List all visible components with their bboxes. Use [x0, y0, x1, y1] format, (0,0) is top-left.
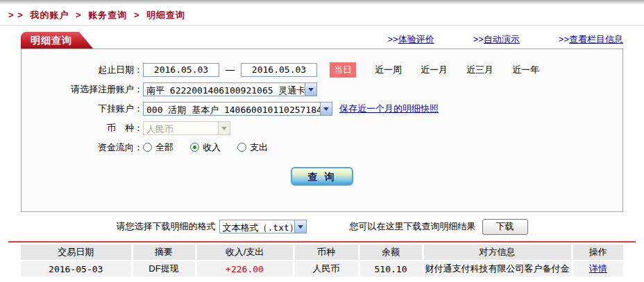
- page-top-gradient: [0, 0, 644, 5]
- date-range-row: 起止日期： — 当日 近一周 近一月 近三月 近一年: [22, 62, 622, 78]
- page-title-text: 明细查询: [31, 35, 72, 46]
- fund-flow-row: 资金流向： 全部 收入 支出: [22, 139, 622, 155]
- download-format-label: 请您选择下载明细的格式: [117, 220, 216, 233]
- radio-icon: [143, 143, 152, 152]
- query-button-row: 查 询: [22, 167, 622, 186]
- cell-currency: 人民币: [294, 261, 359, 276]
- table-row: 2016-05-03 DF提现 +226.00 人民币 510.10 财付通支付…: [21, 261, 623, 276]
- breadcrumb-separator: >: [134, 10, 140, 20]
- col-header-currency: 币种: [294, 245, 359, 261]
- currency-label: 币 种：: [22, 122, 143, 134]
- save-snapshot-link[interactable]: 保存近一个月的明细快照: [339, 103, 439, 115]
- radio-checked-icon: [190, 143, 199, 152]
- page-title: 明细查询: [21, 32, 93, 49]
- date-range-label: 起止日期：: [22, 64, 143, 76]
- chevron-down-icon[interactable]: [320, 103, 332, 115]
- link-arrows: >>: [387, 34, 398, 44]
- link-arrows: >>: [559, 34, 569, 44]
- download-hint: 您可以在这里下载查询明细结果: [350, 220, 476, 233]
- fund-flow-label: 资金流向：: [22, 141, 143, 154]
- download-button[interactable]: 下载: [482, 219, 528, 235]
- chevron-down-icon: [218, 122, 230, 134]
- link-auto-demo[interactable]: >>自动演示: [473, 33, 520, 46]
- flow-radio-income[interactable]: 收入: [190, 141, 221, 154]
- download-format-select[interactable]: 文本格式（.txt）: [219, 220, 307, 233]
- download-format-value: 文本格式（.txt）: [220, 220, 294, 233]
- flow-radio-all-label: 全部: [155, 141, 173, 154]
- cell-date: 2016-05-03: [21, 261, 132, 276]
- header-links: >>体验评价 >>自动演示 >>查看栏目信息: [387, 33, 623, 49]
- breadcrumb-item-account-query[interactable]: 账务查询: [88, 10, 127, 20]
- breadcrumb-item-my-account[interactable]: 我的账户: [30, 10, 69, 20]
- currency-value: 人民币: [144, 122, 218, 134]
- radio-icon: [237, 143, 246, 152]
- col-header-amount: 收入/支出: [196, 245, 294, 261]
- breadcrumb-item-detail-query[interactable]: 明细查询: [146, 10, 185, 20]
- date-to-input[interactable]: [241, 63, 317, 77]
- breadcrumb-arrows: > >: [8, 10, 24, 20]
- link-label: 体验评价: [398, 34, 434, 44]
- chevron-down-icon[interactable]: [294, 220, 306, 233]
- sub-account-value: 000 活期 基本户 1406600101102571848: [144, 103, 320, 115]
- download-row: 请您选择下载明细的格式 文本格式（.txt） 您可以在这里下载查询明细结果 下载: [0, 218, 644, 235]
- register-account-value: 南平 6222001406100921065 灵通卡: [144, 83, 305, 96]
- table-top-divider: [8, 241, 636, 243]
- link-label: 自动演示: [484, 34, 520, 44]
- link-experience-review[interactable]: >>体验评价: [387, 33, 434, 46]
- panel-header: 明细查询 >>体验评价 >>自动演示 >>查看栏目信息: [21, 32, 623, 49]
- register-account-row: 请选择注册账户： 南平 6222001406100921065 灵通卡: [22, 81, 622, 97]
- link-label: 查看栏目信息: [569, 34, 623, 44]
- col-header-date: 交易日期: [21, 245, 132, 261]
- date-dash: —: [226, 64, 235, 75]
- cell-balance: 510.10: [359, 261, 423, 276]
- col-header-summary: 摘要: [132, 245, 196, 261]
- sub-account-label: 下挂账户：: [22, 103, 143, 115]
- quick-range-year[interactable]: 近一年: [512, 64, 539, 76]
- breadcrumb-separator: >: [76, 10, 82, 20]
- breadcrumb: > > 我的账户 > 账务查询 > 明细查询: [0, 5, 644, 26]
- col-header-counterparty: 对方信息: [423, 245, 572, 261]
- date-from-input[interactable]: [143, 63, 219, 77]
- register-account-select[interactable]: 南平 6222001406100921065 灵通卡: [143, 82, 317, 96]
- col-header-balance: 余额: [359, 245, 423, 261]
- cell-summary: DF提现: [132, 261, 196, 276]
- flow-radio-income-label: 收入: [203, 141, 221, 154]
- sub-account-row: 下挂账户： 000 活期 基本户 1406600101102571848 保存近…: [22, 100, 622, 116]
- query-button[interactable]: 查 询: [291, 167, 353, 186]
- flow-radio-all[interactable]: 全部: [143, 141, 173, 154]
- quick-range-today[interactable]: 当日: [330, 62, 356, 78]
- flow-radio-expense[interactable]: 支出: [237, 141, 268, 154]
- detail-link[interactable]: 详情: [589, 263, 607, 274]
- cell-amount: +226.00: [196, 261, 294, 276]
- quick-range-week[interactable]: 近一周: [375, 64, 402, 76]
- currency-row: 币 种： 人民币: [22, 120, 622, 136]
- transaction-table: 交易日期 摘要 收入/支出 币种 余额 对方信息 操作 2016-05-03 D…: [21, 245, 623, 276]
- register-account-label: 请选择注册账户：: [22, 83, 143, 96]
- link-arrows: >>: [473, 34, 484, 44]
- link-view-column-info[interactable]: >>查看栏目信息: [559, 33, 623, 46]
- quick-range-month[interactable]: 近一月: [421, 64, 448, 76]
- col-header-action: 操作: [572, 245, 623, 261]
- cell-counterparty: 财付通支付科技有限公司客户备付金: [423, 261, 572, 276]
- currency-select: 人民币: [143, 121, 230, 135]
- quick-range-3months[interactable]: 近三月: [466, 64, 493, 76]
- chevron-down-icon[interactable]: [305, 83, 316, 96]
- table-header-row: 交易日期 摘要 收入/支出 币种 余额 对方信息 操作: [21, 245, 623, 261]
- sub-account-select[interactable]: 000 活期 基本户 1406600101102571848: [143, 102, 332, 116]
- flow-radio-expense-label: 支出: [250, 141, 268, 154]
- query-form-panel: 起止日期： — 当日 近一周 近一月 近三月 近一年 请选择注册账户： 南平 6…: [21, 49, 623, 212]
